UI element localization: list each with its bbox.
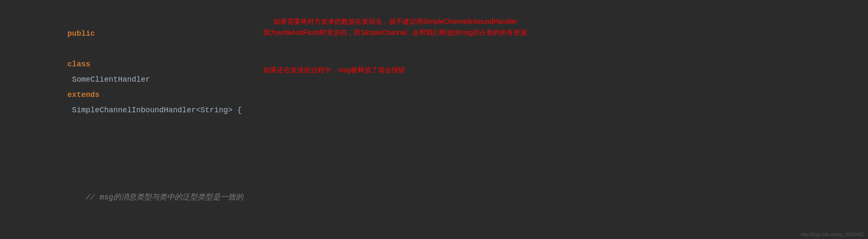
keyword-class: class: [68, 60, 90, 68]
comment-msg-type: // msg的消息类型与类中的泛型类型是一致的: [68, 193, 243, 202]
line-gutter-indicator-comment: [0, 169, 2, 184]
watermark: http://blog.csdn.net/qq_35190492: [801, 232, 864, 237]
keyword-public: public: [68, 29, 95, 38]
keyword-extends: extends: [68, 91, 100, 99]
code-line-1: public class SomeClientHandler extends S…: [0, 4, 868, 134]
line-gutter-indicator-override: [0, 222, 2, 237]
line-gutter-indicator-1: [0, 5, 2, 20]
line-content-override: @Override: [31, 228, 868, 239]
line-content-1: public class SomeClientHandler extends S…: [31, 11, 868, 133]
code-line-comment: // msg的消息类型与类中的泛型类型是一致的: [0, 168, 868, 221]
code-editor: 如果需要将对方发来的数据在发回去，就不建议用SimpleChannelInbou…: [0, 0, 868, 239]
annotation-spacer-1: [0, 134, 868, 168]
code-line-override: @Override: [0, 221, 868, 239]
line-content-comment: // msg的消息类型与类中的泛型类型是一致的: [31, 174, 868, 220]
